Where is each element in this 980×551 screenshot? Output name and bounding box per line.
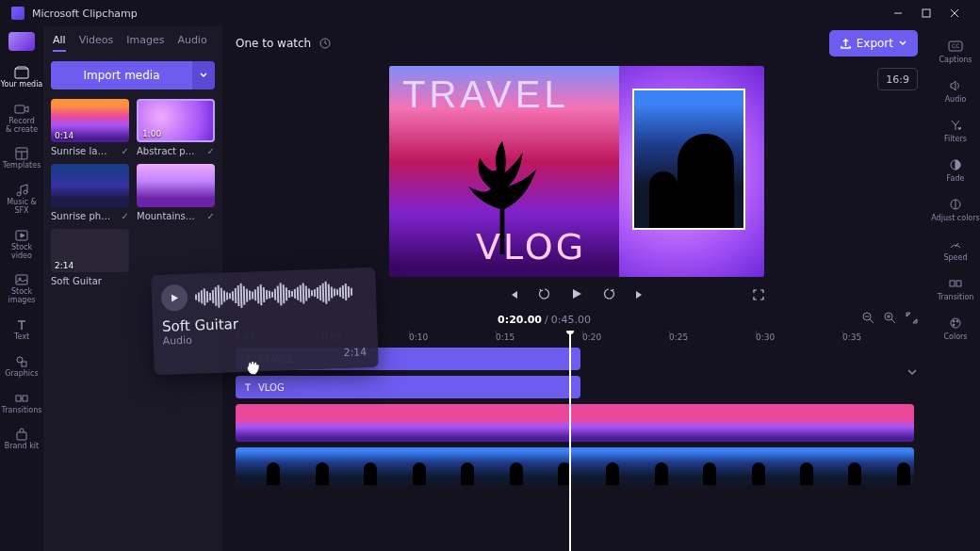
forward-button[interactable] — [602, 286, 615, 304]
import-media-button[interactable]: Import media — [51, 61, 192, 89]
media-duration: 1:00 — [142, 129, 161, 138]
fullscreen-button[interactable] — [753, 286, 764, 304]
tab-images[interactable]: Images — [126, 34, 164, 52]
project-name[interactable]: One to watch — [236, 37, 311, 50]
svg-point-44 — [953, 324, 955, 326]
sidebar-item-music[interactable]: Music & SFX — [0, 178, 43, 221]
sidebar-item-fade[interactable]: Fade — [931, 153, 980, 188]
chevron-down-icon — [899, 40, 906, 47]
rewind-button[interactable] — [538, 286, 551, 304]
media-thumbnail — [51, 164, 129, 207]
text-icon — [243, 382, 253, 392]
sidebar-item-stock-video[interactable]: Stock video — [0, 223, 43, 267]
sidebar-item-captions[interactable]: CC Captions — [931, 34, 980, 70]
media-item[interactable]: Sunrise photo✓ — [51, 164, 129, 221]
sidebar-item-label: Record & create — [6, 118, 38, 135]
video-track — [236, 447, 918, 485]
svg-point-42 — [953, 320, 955, 322]
total-time: 0:45.00 — [551, 314, 591, 326]
check-icon: ✓ — [122, 146, 129, 156]
media-name: Abstract pink… — [137, 146, 197, 156]
sidebar-item-label: Adjust colors — [931, 214, 979, 222]
tab-videos[interactable]: Videos — [79, 34, 114, 52]
sidebar-item-label: Audio — [945, 95, 967, 104]
waveform-icon — [195, 277, 368, 311]
video-canvas[interactable]: TRAVEL VLOG — [389, 66, 764, 277]
upload-icon — [841, 39, 851, 49]
sidebar-item-label: Filters — [944, 135, 967, 143]
svg-rect-39 — [950, 281, 955, 286]
ruler-tick: 0:10 — [409, 332, 428, 342]
fit-timeline-button[interactable] — [906, 312, 918, 327]
maximize-button[interactable] — [912, 3, 940, 24]
sidebar-item-record[interactable]: Record & create — [0, 97, 43, 140]
svg-text:CC: CC — [952, 42, 959, 49]
play-button[interactable] — [570, 286, 583, 304]
sidebar-item-label: Graphics — [5, 370, 38, 379]
media-thumbnail: 1:00 — [137, 99, 215, 142]
svg-rect-40 — [956, 281, 961, 286]
svg-point-10 — [24, 190, 27, 194]
clipchamp-logo-icon — [8, 32, 35, 51]
svg-rect-20 — [17, 432, 26, 440]
tab-all[interactable]: All — [53, 34, 66, 52]
media-item[interactable]: 2:14 Soft Guitar — [51, 229, 129, 286]
media-duration: 0:14 — [55, 131, 74, 140]
media-duration: 2:14 — [55, 261, 74, 270]
sidebar-item-templates[interactable]: Templates — [0, 141, 43, 176]
sidebar-item-adjust-colors[interactable]: Adjust colors — [931, 192, 980, 228]
skip-back-button[interactable] — [508, 286, 519, 304]
svg-rect-4 — [15, 69, 28, 78]
svg-point-41 — [951, 318, 960, 328]
media-name: Mountains… — [137, 211, 195, 221]
sidebar-item-filters[interactable]: Filters — [931, 113, 980, 149]
sidebar-item-audio[interactable]: Audio — [931, 73, 980, 109]
skip-forward-button[interactable] — [634, 286, 645, 304]
media-item[interactable]: Mountains…✓ — [137, 164, 215, 221]
sidebar-item-brand-kit[interactable]: Brand kit — [0, 422, 43, 457]
zoom-in-button[interactable] — [884, 312, 896, 327]
check-icon: ✓ — [207, 211, 215, 221]
sidebar-item-label: Transitions — [2, 407, 42, 415]
app-logo-icon — [11, 7, 24, 20]
text-clip[interactable]: VLOG — [236, 376, 580, 398]
sidebar-item-label: Colors — [943, 332, 967, 341]
svg-point-43 — [956, 320, 958, 322]
media-item[interactable]: 0:14 Sunrise land…✓ — [51, 99, 129, 156]
video-clip[interactable] — [236, 447, 914, 485]
media-tabs: All Videos Images Audio — [51, 34, 215, 52]
sidebar-item-label: Fade — [947, 174, 965, 183]
ruler-tick: 0:20 — [582, 332, 601, 342]
preview-play-button[interactable] — [161, 284, 188, 312]
media-grid: 0:14 Sunrise land…✓ 1:00 Abstract pink…✓… — [51, 99, 215, 286]
playhead[interactable] — [569, 331, 571, 551]
sidebar-item-label: Text — [14, 333, 29, 342]
sidebar-item-transitions[interactable]: Transitions — [0, 386, 43, 421]
ruler-tick: 0:35 — [842, 332, 861, 342]
aspect-ratio-button[interactable]: 16:9 — [877, 68, 918, 90]
project-bar: One to watch Export — [222, 26, 931, 60]
sidebar-item-label: Speed — [943, 253, 967, 262]
export-button[interactable]: Export — [829, 30, 918, 57]
media-thumbnail — [137, 164, 215, 207]
zoom-out-button[interactable] — [862, 312, 874, 327]
sidebar-item-colors[interactable]: Colors — [931, 311, 980, 347]
media-item[interactable]: 1:00 Abstract pink…✓ — [137, 99, 215, 156]
left-sidebar: Your media Record & create Templates Mus… — [0, 26, 43, 551]
sidebar-item-your-media[interactable]: Your media — [0, 60, 43, 95]
app-title: Microsoft Clipchamp — [32, 8, 884, 20]
close-button[interactable] — [940, 3, 969, 24]
sidebar-item-speed[interactable]: Speed — [931, 232, 980, 267]
tab-audio[interactable]: Audio — [177, 34, 206, 52]
sidebar-item-text[interactable]: Text — [0, 313, 43, 348]
sidebar-item-graphics[interactable]: Graphics — [0, 349, 43, 384]
import-dropdown-button[interactable] — [192, 61, 215, 89]
sidebar-item-label: Your media — [1, 81, 43, 89]
dragged-media-card[interactable]: Soft Guitar Audio 2:14 — [151, 267, 379, 375]
video-track — [236, 404, 918, 442]
video-clip[interactable] — [236, 404, 914, 442]
minimize-button[interactable] — [884, 3, 912, 24]
sidebar-item-label: Brand kit — [5, 443, 39, 451]
sidebar-item-stock-images[interactable]: Stock images — [0, 267, 43, 311]
sidebar-item-transition[interactable]: Transition — [931, 271, 980, 307]
